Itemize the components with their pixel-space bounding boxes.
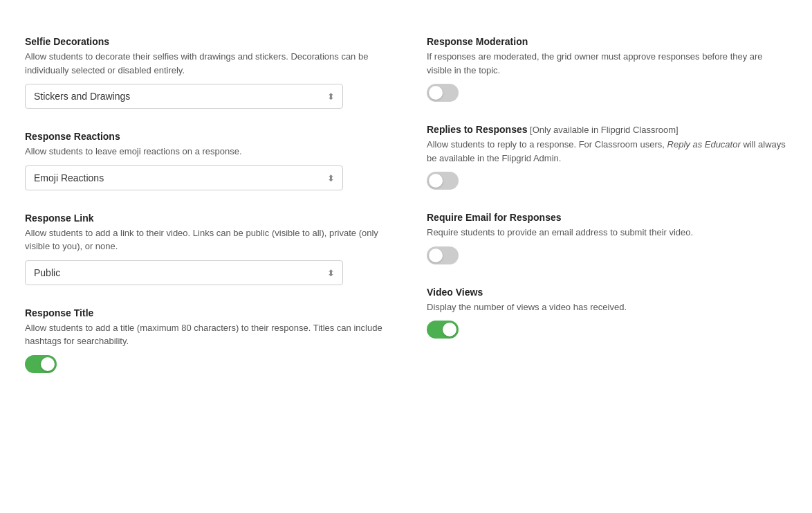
feature-desc-video-views: Display the number of views a video has … [427, 300, 787, 314]
feature-desc-selfie-decorations: Allow students to decorate their selfies… [25, 50, 385, 77]
toggle-slider-replies-to-responses [427, 172, 459, 190]
select-response-reactions[interactable]: Emoji ReactionsNone [25, 165, 343, 190]
feature-desc-response-reactions: Allow students to leave emoji reactions … [25, 145, 385, 159]
feature-block-response-moderation: Response ModerationIf responses are mode… [427, 36, 787, 102]
feature-desc-response-moderation: If responses are moderated, the grid own… [427, 50, 787, 77]
toggle-wrap-video-views[interactable] [427, 321, 787, 339]
select-selfie-decorations[interactable]: Stickers and DrawingsStickers OnlyDrawin… [25, 84, 343, 109]
toggle-wrap-require-email[interactable] [427, 246, 787, 264]
feature-title-require-email: Require Email for Responses [427, 212, 787, 223]
feature-title-replies-to-responses: Replies to Responses [Only available in … [427, 124, 787, 135]
feature-title-response-moderation: Response Moderation [427, 36, 787, 47]
feature-block-video-views: Video ViewsDisplay the number of views a… [427, 287, 787, 339]
feature-title-selfie-decorations: Selfie Decorations [25, 36, 385, 47]
feature-title-response-link: Response Link [25, 213, 385, 224]
toggle-wrap-response-title[interactable] [25, 355, 385, 373]
feature-block-response-title: Response TitleAllow students to add a ti… [25, 307, 385, 373]
toggle-slider-video-views [427, 321, 459, 339]
feature-desc-response-title: Allow students to add a title (maximum 8… [25, 321, 385, 348]
toggle-video-views[interactable] [427, 321, 459, 339]
feature-block-response-link: Response LinkAllow students to add a lin… [25, 213, 385, 285]
toggle-response-title[interactable] [25, 355, 57, 373]
feature-title-response-title: Response Title [25, 307, 385, 318]
feature-title-response-reactions: Response Reactions [25, 131, 385, 142]
toggle-wrap-response-moderation[interactable] [427, 84, 787, 102]
toggle-replies-to-responses[interactable] [427, 172, 459, 190]
select-response-link[interactable]: PublicPrivateNone [25, 260, 343, 285]
feature-desc-replies-to-responses: Allow students to reply to a response. F… [427, 138, 787, 165]
toggle-wrap-replies-to-responses[interactable] [427, 172, 787, 190]
feature-title-note-replies-to-responses: [Only available in Flipgrid Classroom] [528, 125, 679, 135]
feature-title-video-views: Video Views [427, 287, 787, 298]
toggle-slider-response-title [25, 355, 57, 373]
toggle-response-moderation[interactable] [427, 84, 459, 102]
toggle-slider-require-email [427, 246, 459, 264]
toggle-require-email[interactable] [427, 246, 459, 264]
feature-block-selfie-decorations: Selfie DecorationsAllow students to deco… [25, 36, 385, 109]
toggle-slider-response-moderation [427, 84, 459, 102]
feature-desc-require-email: Require students to provide an email add… [427, 226, 787, 240]
feature-block-response-reactions: Response ReactionsAllow students to leav… [25, 131, 385, 190]
select-wrapper-response-reactions[interactable]: Emoji ReactionsNone [25, 165, 343, 190]
feature-desc-response-link: Allow students to add a link to their vi… [25, 226, 385, 253]
select-wrapper-selfie-decorations[interactable]: Stickers and DrawingsStickers OnlyDrawin… [25, 84, 343, 109]
feature-block-replies-to-responses: Replies to Responses [Only available in … [427, 124, 787, 190]
select-wrapper-response-link[interactable]: PublicPrivateNone [25, 260, 343, 285]
feature-block-require-email: Require Email for ResponsesRequire stude… [427, 212, 787, 264]
